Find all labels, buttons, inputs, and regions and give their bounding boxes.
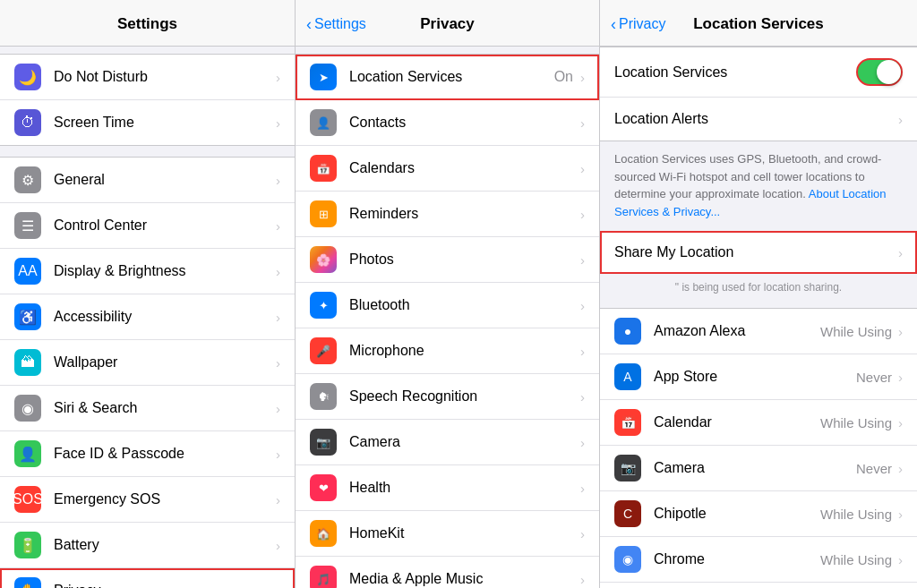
privacy-item-photos[interactable]: 🌸Photos› [296, 237, 599, 283]
settings-header: Settings [0, 0, 295, 47]
location-description-text: Location Services uses GPS, Bluetooth, a… [614, 150, 903, 220]
wallpaper-icon: 🏔 [14, 349, 41, 376]
contacts-privacy-icon: 👤 [310, 109, 337, 136]
settings-group-1: 🌙Do Not Disturb›⏱Screen Time› [0, 54, 295, 146]
settings-item-wallpaper[interactable]: 🏔Wallpaper› [0, 340, 295, 386]
settings-item-display-brightness[interactable]: AADisplay & Brightness› [0, 249, 295, 294]
photos-privacy-label: Photos [349, 251, 578, 268]
privacy-item-contacts[interactable]: 👤Contacts› [296, 100, 599, 146]
siri-search-label: Siri & Search [54, 400, 274, 416]
bluetooth-privacy-icon: ✦ [310, 292, 337, 319]
calendars-privacy-icon: 📅 [310, 155, 337, 182]
share-location-chevron-icon: › [898, 245, 903, 260]
general-chevron-icon: › [276, 173, 280, 188]
settings-item-battery[interactable]: 🔋Battery› [0, 523, 295, 568]
settings-item-privacy[interactable]: ✋Privacy› [0, 568, 295, 588]
reminders-privacy-icon: ⊞ [310, 200, 337, 227]
location-header: ‹ Privacy Location Services [600, 0, 917, 47]
do-not-disturb-icon: 🌙 [14, 64, 41, 90]
app-item-calendar[interactable]: 📅CalendarWhile Using› [600, 400, 917, 446]
wallpaper-chevron-icon: › [276, 355, 280, 371]
location-services-toggle[interactable] [856, 58, 903, 86]
location-services-privacy-label: Location Services [349, 69, 554, 85]
calendar-app-label: Calendar [654, 414, 820, 430]
app-store-permission-value: Never [856, 370, 892, 385]
photos-privacy-chevron-icon: › [580, 252, 585, 268]
general-icon: ⚙ [14, 166, 41, 193]
privacy-item-microphone[interactable]: 🎤Microphone› [296, 328, 599, 374]
being-used-note: " is being used for location sharing. [600, 277, 917, 301]
location-alerts-chevron-icon: › [898, 112, 903, 127]
app-item-chipotle[interactable]: CChipotleWhile Using› [600, 491, 917, 537]
camera-chevron-icon: › [898, 461, 903, 476]
homekit-privacy-chevron-icon: › [580, 526, 585, 541]
app-item-amazon-alexa[interactable]: ●Amazon AlexaWhile Using› [600, 309, 917, 354]
health-privacy-icon: ❤ [310, 474, 337, 501]
camera-app-icon: 📷 [614, 455, 641, 481]
face-id-icon: 👤 [14, 440, 41, 467]
chipotle-app-label: Chipotle [654, 506, 820, 522]
settings-group-2: ⚙General›☰Control Center›AADisplay & Bri… [0, 157, 295, 588]
settings-item-siri-search[interactable]: ◉Siri & Search› [0, 386, 295, 431]
privacy-item-bluetooth[interactable]: ✦Bluetooth› [296, 283, 599, 328]
do-not-disturb-chevron-icon: › [276, 70, 280, 85]
calendar-permission-value: While Using [820, 415, 892, 430]
control-center-label: Control Center [54, 217, 274, 234]
location-alerts-label: Location Alerts [614, 111, 896, 127]
privacy-item-health[interactable]: ❤Health› [296, 465, 599, 511]
location-alerts-row[interactable]: Location Alerts › [600, 98, 917, 141]
privacy-item-homekit[interactable]: 🏠HomeKit› [296, 511, 599, 557]
settings-item-general[interactable]: ⚙General› [0, 158, 295, 203]
camera-permission-value: Never [856, 461, 892, 476]
amazon-alexa-permission-value: While Using [820, 324, 892, 339]
camera-privacy-label: Camera [349, 434, 578, 450]
settings-title: Settings [117, 15, 177, 33]
emergency-sos-chevron-icon: › [276, 492, 280, 507]
location-back-button[interactable]: ‹ Privacy [611, 16, 665, 32]
location-services-card: Location Services Location Alerts › [600, 47, 917, 141]
accessibility-chevron-icon: › [276, 310, 280, 325]
privacy-item-calendars[interactable]: 📅Calendars› [296, 146, 599, 192]
apps-group: ●Amazon AlexaWhile Using›AApp StoreNever… [600, 308, 917, 588]
app-item-discogs[interactable]: DDiscogsWhile Using› [600, 583, 917, 588]
settings-item-do-not-disturb[interactable]: 🌙Do Not Disturb› [0, 55, 295, 100]
privacy-back-button[interactable]: ‹ Settings [306, 16, 366, 32]
settings-item-control-center[interactable]: ☰Control Center› [0, 203, 295, 249]
privacy-items-group: ➤Location ServicesOn›👤Contacts›📅Calendar… [296, 54, 599, 588]
chrome-app-label: Chrome [654, 551, 820, 567]
share-my-location-row[interactable]: Share My Location › [600, 231, 917, 274]
app-item-app-store[interactable]: AApp StoreNever› [600, 354, 917, 400]
settings-item-accessibility[interactable]: ♿Accessibility› [0, 294, 295, 340]
settings-item-emergency-sos[interactable]: SOSEmergency SOS› [0, 477, 295, 523]
privacy-item-media-apple-music[interactable]: 🎵Media & Apple Music› [296, 557, 599, 588]
chipotle-app-icon: C [614, 500, 641, 527]
location-services-row: Location Services [600, 47, 917, 98]
settings-scroll: 🌙Do Not Disturb›⏱Screen Time› ⚙General›☰… [0, 47, 295, 588]
app-store-app-label: App Store [654, 369, 856, 385]
photos-privacy-icon: 🌸 [310, 246, 337, 273]
location-back-label: Privacy [619, 16, 665, 32]
back-chevron-icon-right: ‹ [611, 16, 616, 32]
amazon-alexa-app-icon: ● [614, 318, 641, 345]
reminders-privacy-label: Reminders [349, 206, 578, 222]
location-title: Location Services [693, 15, 824, 33]
chrome-app-icon: ◉ [614, 546, 641, 573]
app-item-chrome[interactable]: ◉ChromeWhile Using› [600, 537, 917, 583]
accessibility-icon: ♿ [14, 303, 41, 330]
chrome-permission-value: While Using [820, 552, 892, 567]
settings-item-screen-time[interactable]: ⏱Screen Time› [0, 100, 295, 145]
privacy-item-speech-recognition[interactable]: 🗣Speech Recognition› [296, 374, 599, 420]
battery-label: Battery [54, 537, 274, 553]
chipotle-permission-value: While Using [820, 507, 892, 522]
privacy-title: Privacy [420, 15, 475, 33]
privacy-item-camera[interactable]: 📷Camera› [296, 420, 599, 465]
settings-item-face-id[interactable]: 👤Face ID & Passcode› [0, 431, 295, 477]
face-id-label: Face ID & Passcode [54, 446, 274, 462]
app-item-camera[interactable]: 📷CameraNever› [600, 446, 917, 491]
share-my-location-label: Share My Location [614, 244, 896, 260]
bluetooth-privacy-chevron-icon: › [580, 298, 585, 313]
privacy-item-reminders[interactable]: ⊞Reminders› [296, 192, 599, 237]
microphone-privacy-chevron-icon: › [580, 344, 585, 359]
privacy-item-location-services[interactable]: ➤Location ServicesOn› [296, 55, 599, 100]
location-services-privacy-chevron-icon: › [580, 70, 585, 85]
